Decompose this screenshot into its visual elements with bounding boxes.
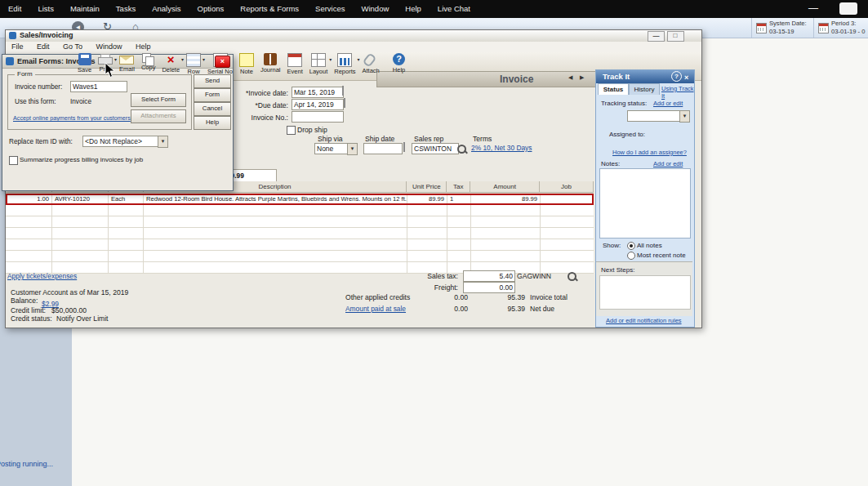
lookup-icon[interactable] xyxy=(457,145,466,154)
save-button[interactable]: Save xyxy=(75,52,94,79)
track-it-panel: Track It ? × Status History Using Track … xyxy=(595,69,695,328)
tab-history[interactable]: History xyxy=(629,83,660,95)
grid-empty-row[interactable] xyxy=(6,228,594,239)
form-design-button[interactable]: Form Design xyxy=(194,88,231,102)
grid-empty-row[interactable] xyxy=(6,205,594,216)
grid-empty-row[interactable] xyxy=(6,251,594,262)
email-button[interactable]: Email xyxy=(117,52,137,79)
using-track-it-link[interactable]: Using Track It xyxy=(661,85,694,100)
notes-textarea[interactable] xyxy=(599,168,691,239)
terms-link[interactable]: 2% 10, Net 30 Days xyxy=(471,144,532,152)
apply-tickets-expenses-link[interactable]: Apply tickets/expenses xyxy=(7,272,77,280)
cancel-button[interactable]: Cancel xyxy=(194,102,231,116)
help-icon[interactable]: ? xyxy=(671,71,682,82)
ship-via-select[interactable]: None xyxy=(314,143,350,154)
lookup-icon[interactable] xyxy=(568,272,576,281)
notes-add-or-edit-link[interactable]: Add or edit xyxy=(653,160,683,167)
cell-um[interactable]: Each xyxy=(109,194,144,204)
terms-label: Terms xyxy=(473,135,492,143)
notification-rules-link[interactable]: Add or edit notification rules xyxy=(606,317,682,324)
select-form-button[interactable]: Select Form xyxy=(131,93,186,107)
invoice-date-input[interactable]: Mar 15, 2019 xyxy=(292,87,344,98)
menu-services[interactable]: Services xyxy=(307,0,353,18)
note-button[interactable]: Note xyxy=(237,52,256,79)
menu-help[interactable]: Help xyxy=(397,0,430,18)
grid-empty-row[interactable] xyxy=(6,239,594,251)
menu-live-chat[interactable]: Live Chat xyxy=(430,0,479,18)
cell-description[interactable]: Redwood 12-Room Bird House. Attracts Pur… xyxy=(144,194,407,204)
menu-window[interactable]: Window xyxy=(354,0,398,18)
chevron-down-icon[interactable]: ▼ xyxy=(679,110,690,123)
cell-unit-price[interactable]: 89.99 xyxy=(407,194,447,204)
cell-item[interactable]: AVRY-10120 xyxy=(52,194,109,204)
tab-status[interactable]: Status xyxy=(598,83,629,95)
close-icon[interactable]: × xyxy=(684,71,688,84)
invoice-no-input[interactable] xyxy=(292,111,344,123)
replace-item-id-label: Replace Item ID with: xyxy=(9,138,73,145)
summarize-checkbox[interactable] xyxy=(9,156,18,165)
window-restore-icon[interactable] xyxy=(839,2,857,15)
minimize-button[interactable]: — xyxy=(648,31,665,42)
minimize-icon[interactable]: — xyxy=(808,2,818,14)
calendar-icon[interactable] xyxy=(342,86,344,96)
cell-amount[interactable]: 89.99 xyxy=(471,194,541,204)
sales-tax-input[interactable]: 5.40 xyxy=(463,270,515,282)
replace-item-id-select[interactable]: <Do Not Replace> xyxy=(82,136,161,147)
calendar-icon[interactable] xyxy=(344,98,345,108)
grid-row-selected[interactable]: 1.00 AVRY-10120 Each Redwood 12-Room Bir… xyxy=(6,194,594,205)
menu-edit[interactable]: Edit xyxy=(31,42,56,52)
chevron-down-icon[interactable]: ▼ xyxy=(347,143,358,155)
menu-edit[interactable]: Edit xyxy=(0,0,29,18)
copy-button[interactable]: Copy xyxy=(139,52,158,79)
cell-quantity[interactable]: 1.00 xyxy=(6,194,52,204)
menu-maintain[interactable]: Maintain xyxy=(62,0,108,18)
cell-tax[interactable]: 1 xyxy=(447,194,471,204)
attach-button[interactable]: Attach xyxy=(360,52,382,79)
drop-ship-checkbox[interactable] xyxy=(287,126,296,135)
delete-button[interactable]: ▾Delete xyxy=(159,52,182,79)
calendar-icon[interactable] xyxy=(403,142,405,152)
ship-date-input[interactable] xyxy=(363,143,403,154)
help-button[interactable]: Help xyxy=(194,116,231,130)
menu-analysis[interactable]: Analysis xyxy=(144,0,189,18)
sales-rep-input[interactable]: CSWINTON xyxy=(412,143,459,154)
row-button[interactable]: ▾Row xyxy=(184,52,203,79)
window-titlebar[interactable]: Sales/Invoicing — □ × xyxy=(6,30,701,42)
menu-goto[interactable]: Go To xyxy=(57,42,88,52)
amount-paid-link[interactable]: Amount paid at sale xyxy=(345,305,406,313)
menu-tasks[interactable]: Tasks xyxy=(108,0,144,18)
cell-job[interactable] xyxy=(541,194,594,204)
menu-help[interactable]: Help xyxy=(130,42,157,52)
credit-limit-label: Credit limit: xyxy=(11,306,46,314)
radio-most-recent[interactable] xyxy=(627,252,635,260)
form-group-label: Form xyxy=(15,70,35,78)
radio-all-notes[interactable] xyxy=(627,242,635,250)
journal-button[interactable]: Journal xyxy=(258,52,283,79)
grid-empty-row[interactable] xyxy=(6,216,594,228)
menu-options[interactable]: Options xyxy=(189,0,233,18)
tracking-add-or-edit-link[interactable]: Add or edit xyxy=(653,100,683,107)
help-button[interactable]: Help xyxy=(390,52,407,79)
layout-button[interactable]: ▾Layout xyxy=(307,52,331,79)
maximize-button[interactable]: □ xyxy=(667,31,684,42)
system-date-box[interactable]: System Date: 03-15-19 xyxy=(751,18,813,38)
net-due-label: Net due xyxy=(530,305,554,313)
menu-window[interactable]: Window xyxy=(90,42,127,52)
attachments-button[interactable]: Attachments xyxy=(131,109,186,123)
tracking-status-select[interactable] xyxy=(627,110,683,122)
event-button[interactable]: Event xyxy=(285,52,305,79)
online-payments-link[interactable]: Accept online payments from your custome… xyxy=(13,114,131,122)
period-box[interactable]: Period 3: 03-01-19 - 0 xyxy=(813,18,868,38)
chevron-down-icon[interactable]: ▼ xyxy=(158,136,168,148)
invoice-number-input[interactable]: Waves1 xyxy=(70,81,127,92)
due-date-input[interactable]: Apr 14, 2019 xyxy=(292,99,344,110)
dialog-close-button[interactable]: × xyxy=(215,56,230,68)
menu-lists[interactable]: Lists xyxy=(29,0,62,18)
prev-record-icon[interactable]: ◀ xyxy=(568,74,572,81)
reports-button[interactable]: ▾Reports xyxy=(332,52,358,79)
menu-reports-forms[interactable]: Reports & Forms xyxy=(232,0,307,18)
menu-file[interactable]: File xyxy=(6,42,29,52)
assignee-help-link[interactable]: How do I add an assignee? xyxy=(612,149,687,156)
freight-input[interactable]: 0.00 xyxy=(463,282,515,293)
next-record-icon[interactable]: ▶ xyxy=(580,74,584,81)
